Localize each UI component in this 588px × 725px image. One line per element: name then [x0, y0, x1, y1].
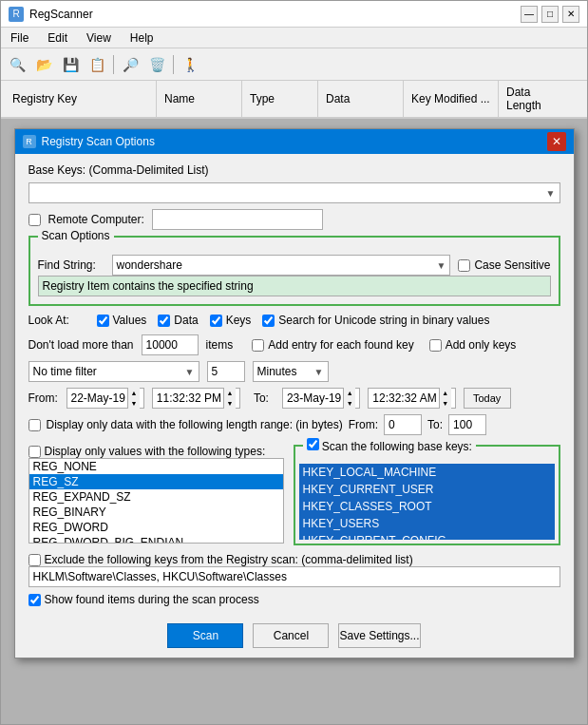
toolbar-save[interactable]: 💾 — [58, 52, 83, 77]
dont-load-row: Don't load more than items Add entry for… — [28, 334, 560, 355]
main-window: R RegScanner — □ ✕ File Edit View Help 🔍… — [0, 0, 588, 725]
type-reg-dword[interactable]: REG_DWORD — [29, 520, 283, 535]
type-reg-binary[interactable]: REG_BINARY — [29, 505, 283, 520]
data-checkbox[interactable] — [158, 315, 170, 327]
type-reg-expand-sz[interactable]: REG_EXPAND_SZ — [29, 489, 283, 505]
exclude-section: Exclude the following keys from the Regi… — [28, 553, 560, 587]
type-reg-none[interactable]: REG_NONE — [29, 459, 283, 474]
exclude-checkbox[interactable] — [28, 554, 41, 566]
remote-computer-checkbox[interactable] — [28, 214, 41, 226]
time-filter-arrow: ▼ — [185, 367, 195, 377]
close-button[interactable]: ✕ — [562, 6, 579, 23]
base-key-current-config[interactable]: HKEY_CURRENT_CONFIG — [299, 532, 555, 540]
time-filter-combo[interactable]: No time filter ▼ — [28, 361, 199, 382]
type-reg-dword-big-endian[interactable]: REG_DWORD_BIG_ENDIAN — [29, 535, 283, 544]
from-date-down[interactable]: ▼ — [128, 398, 140, 409]
menu-file[interactable]: File — [5, 29, 34, 47]
show-found-checkbox[interactable] — [28, 594, 41, 606]
to-date-value: 23-May-19 — [287, 391, 341, 405]
from-time-up[interactable]: ▲ — [224, 388, 236, 398]
to-time-down[interactable]: ▼ — [440, 398, 451, 409]
base-keys-panel: Scan the following base keys: HKEY_LOCAL… — [294, 445, 560, 545]
exclude-input[interactable] — [28, 566, 560, 587]
base-key-current-user[interactable]: HKEY_CURRENT_USER — [299, 481, 555, 498]
add-entry-label: Add entry for each found key — [268, 338, 413, 352]
case-sensitive-checkbox[interactable] — [458, 259, 470, 272]
base-key-users[interactable]: HKEY_USERS — [299, 515, 555, 532]
minutes-combo[interactable]: Minutes ▼ — [253, 361, 329, 382]
minutes-arrow: ▼ — [314, 367, 324, 377]
remote-computer-input[interactable] — [152, 209, 323, 230]
maximize-button[interactable]: □ — [541, 6, 559, 23]
find-string-combo[interactable]: wondershare ▼ — [112, 255, 451, 276]
to-length-input[interactable] — [448, 414, 486, 435]
to-time-value: 12:32:32 AM — [372, 391, 436, 405]
from-date-up[interactable]: ▲ — [128, 388, 140, 398]
keys-checkbox[interactable] — [210, 315, 222, 327]
dialog-body: Base Keys: (Comma-Delimited List) ▼ Remo… — [15, 154, 574, 616]
toolbar-sep1 — [113, 55, 114, 74]
case-sensitive-label: Case Sensitive — [474, 258, 550, 272]
find-string-row: Find String: wondershare ▼ Case Sensitiv… — [38, 255, 551, 276]
from-date-field[interactable]: 22-May-19 ▲ ▼ — [66, 388, 144, 409]
length-range-label: Display only data with the following len… — [47, 418, 343, 431]
case-sensitive-row: Case Sensitive — [458, 258, 550, 272]
matching-row: Registry Item contains the specified str… — [38, 276, 551, 296]
add-entry-checkbox[interactable] — [252, 339, 264, 352]
scan-base-keys-label: Scan the following base keys: — [322, 440, 472, 453]
today-button[interactable]: Today — [464, 388, 511, 409]
types-checkbox[interactable] — [28, 446, 41, 458]
to-date-down[interactable]: ▼ — [344, 398, 355, 409]
from-time-field[interactable]: 11:32:32 PM ▲ ▼ — [152, 388, 240, 409]
dont-load-input[interactable] — [142, 334, 199, 355]
scan-base-keys-checkbox[interactable] — [307, 438, 319, 450]
dialog-close-button[interactable]: ✕ — [547, 132, 566, 151]
cancel-button[interactable]: Cancel — [253, 623, 329, 648]
save-settings-button[interactable]: Save Settings... — [338, 623, 420, 648]
to-time-up[interactable]: ▲ — [440, 388, 451, 398]
menu-help[interactable]: Help — [124, 29, 160, 47]
scan-button[interactable]: Scan — [167, 623, 243, 648]
menu-view[interactable]: View — [81, 29, 117, 47]
menu-bar: File Edit View Help — [1, 28, 587, 48]
toolbar-find[interactable]: 🔎 — [118, 52, 142, 77]
dialog-footer: Scan Cancel Save Settings... — [15, 616, 574, 658]
base-keys-panel-legend: Scan the following base keys: — [303, 438, 476, 453]
minutes-input[interactable] — [207, 361, 245, 382]
toolbar-copy[interactable]: 📋 — [85, 52, 109, 77]
toolbar-run[interactable]: 🚶 — [178, 52, 202, 77]
matching-value: Registry Item contains the specified str… — [43, 279, 254, 293]
to-date-field[interactable]: 23-May-19 ▲ ▼ — [282, 388, 360, 409]
title-controls: — □ ✕ — [521, 6, 579, 23]
toolbar-open[interactable]: 📂 — [31, 52, 56, 77]
from-time-down[interactable]: ▼ — [224, 398, 236, 409]
base-keys-list[interactable]: HKEY_LOCAL_MACHINE HKEY_CURRENT_USER HKE… — [299, 464, 555, 540]
length-range-row: Display only data with the following len… — [28, 414, 560, 435]
find-string-arrow: ▼ — [437, 260, 446, 271]
type-reg-sz[interactable]: REG_SZ — [29, 474, 283, 489]
minimize-button[interactable]: — — [521, 6, 538, 23]
types-base-keys-section: Display only values with the following t… — [28, 445, 560, 545]
add-only-keys-label: Add only keys — [446, 338, 517, 352]
length-range-checkbox[interactable] — [28, 419, 41, 431]
dont-load-label: Don't load more than — [28, 338, 134, 352]
toolbar-sep2 — [173, 55, 174, 74]
toolbar-delete[interactable]: 🗑️ — [144, 52, 169, 77]
show-found-row: Show found items during the scan process — [28, 593, 560, 606]
values-checkbox[interactable] — [97, 315, 109, 327]
scan-options-inner: Find String: wondershare ▼ Case Sensitiv… — [38, 245, 551, 296]
base-keys-combo[interactable]: ▼ — [28, 182, 560, 203]
toolbar-search[interactable]: 🔍 — [5, 52, 29, 77]
to-time-field[interactable]: 12:32:32 AM ▲ ▼ — [368, 388, 455, 409]
base-key-local-machine[interactable]: HKEY_LOCAL_MACHINE — [299, 464, 555, 481]
from-length-input[interactable] — [384, 414, 422, 435]
remote-computer-row: Remote Computer: — [28, 209, 560, 230]
from-label: From: — [28, 391, 59, 405]
col-key-modified: Key Modified ... — [404, 81, 499, 117]
types-listbox[interactable]: REG_NONE REG_SZ REG_EXPAND_SZ REG_BINARY… — [28, 458, 284, 544]
unicode-checkbox[interactable] — [262, 315, 275, 327]
to-date-up[interactable]: ▲ — [344, 388, 355, 398]
menu-edit[interactable]: Edit — [42, 29, 73, 47]
add-only-keys-checkbox[interactable] — [429, 339, 442, 352]
base-key-classes-root[interactable]: HKEY_CLASSES_ROOT — [299, 498, 555, 515]
